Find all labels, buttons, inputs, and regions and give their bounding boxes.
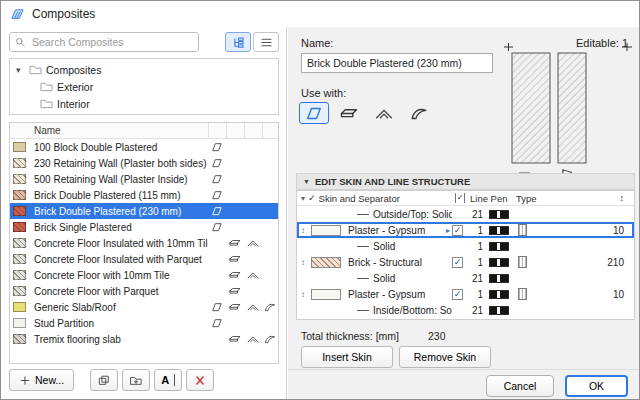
pen-color-swatch[interactable] [489, 290, 509, 299]
tree-item-interior[interactable]: Interior [10, 95, 278, 112]
drag-handle-icon[interactable]: ↕ [297, 258, 309, 267]
tree-view-toggle-button[interactable] [225, 32, 251, 52]
name-label: Name: [301, 37, 333, 49]
remove-skin-button[interactable]: Remove Skin [399, 346, 491, 368]
pen-swatch-cell [486, 290, 512, 299]
slab-icon [229, 286, 241, 296]
separator-row[interactable]: Solid1 [297, 238, 634, 254]
skin-material-swatch[interactable] [311, 225, 341, 236]
shell-icon [264, 302, 276, 312]
list-item[interactable]: 100 Block Double Plastered [10, 139, 278, 155]
list-item-label: 100 Block Double Plastered [28, 142, 208, 153]
fill-type-swatch[interactable] [518, 288, 527, 300]
wall-column-cell [208, 318, 226, 328]
skin-row[interactable]: ↕Brick - Structural✓1210 [297, 254, 634, 270]
pen-color-swatch[interactable] [489, 242, 509, 251]
fill-type-swatch[interactable] [518, 224, 527, 236]
skin-table-header: ▾ ✓ Skin and Separator ✓ Line Pen Type ↕ [297, 191, 634, 206]
branch-caret-icon: ▾ [301, 194, 305, 203]
separator-line-icon [357, 278, 369, 279]
roof-icon [247, 238, 259, 248]
use-with-slab-button[interactable] [334, 102, 364, 124]
line-pen-header: Line Pen [468, 193, 512, 204]
slab-icon [229, 334, 241, 344]
skin-material-swatch[interactable] [311, 257, 341, 268]
fill-type-swatch[interactable] [518, 256, 527, 268]
wall-column-cell [208, 190, 226, 200]
list-item[interactable]: 500 Retaining Wall (Plaster Inside) [10, 171, 278, 187]
new-button[interactable]: New... [9, 369, 74, 391]
slab-icon [229, 270, 241, 280]
pen-swatch-cell [486, 210, 512, 219]
composite-name-input[interactable] [301, 53, 493, 73]
separator-row[interactable]: Inside/Bottom: Solid21 [297, 302, 634, 318]
line-pen-value: 21 [468, 305, 486, 316]
skin-label: Brick - Structural [348, 257, 422, 268]
cancel-button[interactable]: Cancel [486, 375, 554, 397]
slab-column-header [226, 123, 244, 138]
rename-button[interactable]: A [154, 369, 182, 391]
shell-column-cell [262, 302, 278, 312]
list-item[interactable]: Stud Partition [10, 315, 278, 331]
list-view-toggle-button[interactable] [253, 32, 279, 52]
list-item[interactable]: Concrete Floor with Parquet [10, 283, 278, 299]
list-item[interactable]: Brick Double Plastered (230 mm) [10, 203, 278, 219]
list-item[interactable]: Brick Single Plastered [10, 219, 278, 235]
plus-icon [19, 375, 31, 386]
ok-button[interactable]: OK [565, 375, 628, 397]
skin-label: Solid [373, 241, 395, 252]
skin-material-swatch[interactable] [311, 289, 341, 300]
new-folder-button[interactable] [122, 369, 150, 391]
list-item[interactable]: Tremix flooring slab [10, 331, 278, 347]
delete-button[interactable] [186, 369, 214, 391]
visibility-checkbox[interactable]: ✓ [452, 225, 463, 236]
list-item[interactable]: 230 Retaining Wall (Plaster both sides) [10, 155, 278, 171]
tree-item-exterior[interactable]: Exterior [10, 78, 278, 95]
search-input[interactable] [30, 35, 193, 49]
visibility-checkbox[interactable]: ✓ [452, 289, 463, 300]
list-header: Name [10, 123, 278, 139]
pen-color-swatch[interactable] [489, 210, 509, 219]
wall-column-cell [208, 222, 226, 232]
pen-color-swatch[interactable] [489, 226, 509, 235]
use-with-shell-button[interactable] [404, 102, 434, 124]
drag-handle-icon[interactable]: ↕ [297, 290, 309, 299]
use-with-wall-button[interactable] [299, 102, 329, 124]
skin-row[interactable]: ↕Plaster - Gypsum▸✓110 [297, 222, 634, 238]
pen-swatch-cell [486, 258, 512, 267]
list-item[interactable]: Concrete Floor Insulated with Parquet [10, 251, 278, 267]
caret-down-icon[interactable]: ▾ [16, 65, 25, 75]
type-cell [512, 224, 546, 236]
list-item[interactable]: Generic Slab/Roof [10, 299, 278, 315]
list-item[interactable]: Brick Double Plastered (115 mm) [10, 187, 278, 203]
insert-skin-button[interactable]: Insert Skin [301, 346, 393, 368]
collapse-triangle-icon[interactable]: ▼ [303, 178, 310, 185]
slab-column-cell [226, 254, 244, 264]
line-visibility-icon: ✓ [455, 193, 466, 203]
tree-item-composites[interactable]: ▾ Composites [10, 61, 278, 78]
visibility-checkbox[interactable]: ✓ [452, 257, 463, 268]
name-column-header[interactable]: Name [28, 123, 208, 138]
tree-view-icon [232, 37, 245, 48]
wall-icon [211, 190, 223, 200]
roof-column-cell [244, 238, 262, 248]
separator-row[interactable]: Outside/Top: Solid21 [297, 206, 634, 222]
separator-row[interactable]: Solid21 [297, 270, 634, 286]
duplicate-button[interactable] [90, 369, 118, 391]
list-item[interactable]: Concrete Floor with 10mm Tile [10, 267, 278, 283]
pen-color-swatch[interactable] [489, 274, 509, 283]
use-with-roof-button[interactable] [369, 102, 399, 124]
roof-column-cell [244, 334, 262, 344]
skin-structure-table: ▾ ✓ Skin and Separator ✓ Line Pen Type ↕… [296, 190, 635, 320]
skin-row[interactable]: ↕Plaster - Gypsum✓110 [297, 286, 634, 302]
list-item[interactable]: Concrete Floor Insulated with 10mm Tile [10, 235, 278, 251]
drag-handle-icon[interactable]: ↕ [297, 226, 309, 235]
edit-skin-section-header[interactable]: ▼ EDIT SKIN AND LINE STRUCTURE [296, 173, 635, 190]
roof-column-header [244, 123, 262, 138]
search-box[interactable] [9, 32, 199, 52]
list-item-label: Stud Partition [28, 318, 208, 329]
dialog-title: Composites [32, 7, 95, 21]
pen-color-swatch[interactable] [489, 258, 509, 267]
wall-icon [211, 222, 223, 232]
pen-color-swatch[interactable] [489, 306, 509, 315]
